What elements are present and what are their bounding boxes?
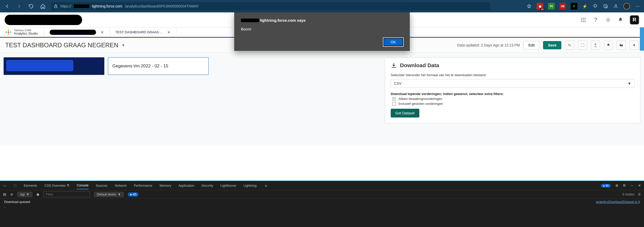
- dashboard-title[interactable]: TEST DASHBOARD GRAAG NEGEREN ▼: [5, 42, 125, 49]
- tab-lighthouse[interactable]: Lighthouse: [220, 182, 236, 189]
- share-button[interactable]: [591, 41, 600, 50]
- home-button[interactable]: [39, 3, 46, 10]
- checkbox-icon: [392, 102, 396, 106]
- sidebar-toggle-icon[interactable]: ▤: [3, 192, 6, 196]
- user-avatar[interactable]: R: [630, 15, 639, 25]
- svg-point-10: [583, 21, 584, 22]
- favorite-icon[interactable]: [526, 3, 532, 9]
- chevron-down-icon: ▼: [121, 43, 125, 47]
- console-settings-icon[interactable]: ⚙: [638, 192, 641, 196]
- alert-origin: lightning.force.com says: [241, 18, 403, 22]
- close-icon[interactable]: ✕: [101, 30, 104, 34]
- notifications-icon[interactable]: [617, 17, 624, 23]
- console-line: Download queued analyticsDownloadDataset…: [4, 200, 640, 204]
- url-path: /analytics/dashboard/0FK3N00000004TNWAY: [125, 4, 199, 8]
- tab-redacted[interactable]: ✕: [44, 27, 110, 37]
- tab-network[interactable]: Network: [115, 182, 127, 189]
- tab-security[interactable]: Security: [201, 182, 213, 189]
- get-dataset-button[interactable]: Get Dataset: [391, 109, 419, 118]
- url-protocol: https://: [60, 4, 71, 8]
- tab-application[interactable]: Application: [178, 182, 194, 189]
- address-bar[interactable]: https:// lightning.force.com /analytics/…: [51, 2, 490, 10]
- bolt-icon[interactable]: ⚡: [582, 3, 588, 9]
- issues-chip[interactable]: ● 45: [128, 192, 138, 197]
- svg-point-7: [583, 19, 584, 20]
- tab-elements[interactable]: Elements: [24, 182, 37, 189]
- tab-label: TEST DASHBOARD GRAAG ...: [115, 30, 163, 34]
- format-select[interactable]: CSV ▼: [391, 79, 634, 88]
- forward-button[interactable]: [15, 3, 23, 10]
- flask-icon: ⚗: [66, 184, 69, 187]
- svg-point-2: [615, 4, 617, 6]
- dashboard-canvas: Gegevens t/m 2022 - 02 - 15 Download Dat…: [0, 53, 644, 146]
- tab-test-dashboard[interactable]: TEST DASHBOARD GRAAG ... ✕: [110, 27, 177, 38]
- more-actions-button[interactable]: ▼: [630, 41, 639, 50]
- help-icon[interactable]: ?: [592, 17, 599, 23]
- svg-rect-0: [54, 6, 57, 8]
- widget-date-range[interactable]: Gegevens t/m 2022 - 02 - 15: [108, 57, 209, 75]
- tab-analytics-studio[interactable]: Tableau CRMAnalytics Studio: [0, 27, 44, 37]
- svg-point-12: [607, 19, 609, 21]
- widget-redacted[interactable]: [4, 57, 104, 75]
- devtools-tabs: ▭ ▢ Elements CSS Overview ⚗ Console Sour…: [0, 181, 644, 190]
- person-icon[interactable]: [613, 3, 619, 9]
- lock-icon: [54, 4, 58, 8]
- alert-ok-button[interactable]: OK: [383, 38, 403, 46]
- alert-message: Boom!: [241, 27, 403, 31]
- browser-toolbar: https:// lightning.force.com /analytics/…: [0, 0, 644, 12]
- tab-memory[interactable]: Memory: [160, 182, 171, 189]
- url-redacted: [74, 4, 89, 8]
- inspect-icon[interactable]: ▭: [3, 184, 6, 187]
- chevron-down-icon: ▼: [627, 81, 631, 85]
- close-icon[interactable]: ✕: [167, 30, 170, 34]
- save-button[interactable]: Save: [543, 41, 561, 49]
- checkbox-gesloten[interactable]: Inclusief gesloten vorderingen: [392, 102, 634, 106]
- console-source-link[interactable]: analyticsDownloadDataset.js:4: [596, 200, 640, 204]
- subscribe-button[interactable]: [604, 41, 613, 50]
- console-prompt[interactable]: ›: [4, 206, 640, 209]
- extensions-icon[interactable]: [592, 3, 598, 9]
- fullscreen-button[interactable]: ⛶: [578, 41, 587, 50]
- reload-button[interactable]: [27, 3, 35, 10]
- filter-input[interactable]: [43, 191, 90, 197]
- settings-icon[interactable]: [605, 17, 611, 23]
- devtools-settings-icon[interactable]: ⚙: [615, 184, 618, 187]
- console-output: Download queued analyticsDownloadDataset…: [0, 199, 644, 211]
- context-selector[interactable]: top ▼: [17, 192, 32, 197]
- live-expression-icon[interactable]: ◉: [36, 192, 39, 196]
- device-icon[interactable]: ▢: [13, 184, 17, 187]
- tab-sources[interactable]: Sources: [96, 182, 108, 189]
- url-host: lightning.force.com: [92, 4, 122, 8]
- download-icon: [391, 62, 397, 68]
- tab-lightning[interactable]: Lightning: [244, 182, 257, 189]
- svg-point-8: [585, 19, 586, 20]
- checkbox-bewaking[interactable]: ✔ Alleen bewakingsvorderingen: [392, 97, 634, 101]
- clear-console-icon[interactable]: ⊘: [10, 192, 13, 196]
- back-button[interactable]: [4, 3, 11, 10]
- tab-console[interactable]: Console: [77, 182, 89, 189]
- tab-css-overview[interactable]: CSS Overview ⚗: [44, 182, 69, 189]
- devtools-dock-icon[interactable]: ⧉: [623, 184, 625, 187]
- edit-button[interactable]: Edit: [523, 41, 539, 49]
- profile-avatar[interactable]: [623, 3, 630, 10]
- extension-red[interactable]: ▦43: [537, 3, 543, 10]
- issues-count[interactable]: ● 45: [601, 184, 611, 187]
- devtools-close-icon[interactable]: ✕: [638, 184, 641, 187]
- checkbox-icon: ✔: [392, 97, 396, 101]
- tab-performance[interactable]: Performance: [134, 182, 152, 189]
- more-icon[interactable]: ⋯: [635, 3, 640, 9]
- extension-ublock[interactable]: UB: [559, 3, 566, 10]
- tab-add[interactable]: ＋: [264, 181, 268, 190]
- extension-f5[interactable]: F5: [548, 3, 555, 10]
- log-levels-selector[interactable]: Default levels ▼: [94, 192, 124, 197]
- hidden-count: 5 hidden: [622, 193, 635, 196]
- collections-icon[interactable]: [603, 3, 608, 9]
- extension-dark[interactable]: D: [571, 3, 577, 10]
- scrollbar-handle[interactable]: [640, 27, 644, 51]
- apps-icon[interactable]: [580, 17, 587, 23]
- folder-button[interactable]: [617, 41, 626, 50]
- svg-point-5: [585, 18, 586, 19]
- devtools-more-icon[interactable]: ⋯: [630, 184, 633, 187]
- download-instructions: Download lopende vorderingen; indien gew…: [391, 92, 634, 96]
- refresh-button[interactable]: ↻: [565, 41, 574, 50]
